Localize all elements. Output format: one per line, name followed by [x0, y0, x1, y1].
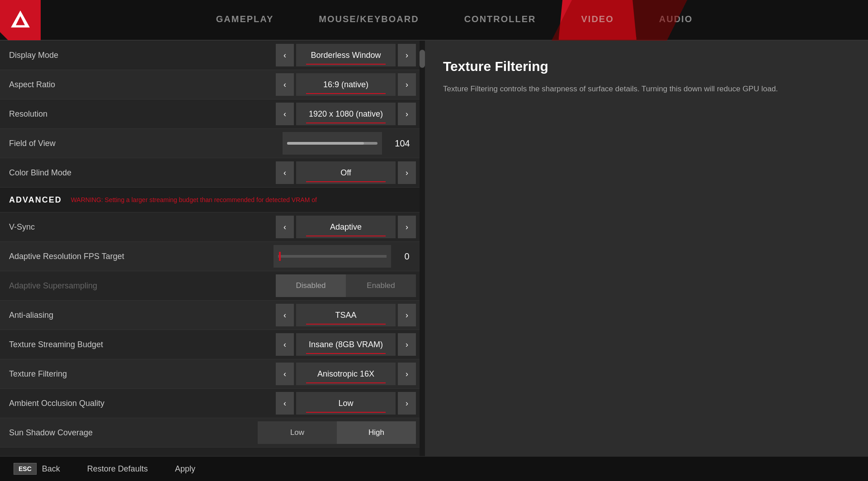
aspect-ratio-control: ‹ 16:9 (native) › — [276, 73, 416, 96]
vsync-prev[interactable]: ‹ — [276, 216, 294, 238]
aspect-ratio-label: Aspect Ratio — [9, 80, 276, 90]
tab-controller[interactable]: CONTROLLER — [442, 0, 559, 40]
vsync-next[interactable]: › — [398, 216, 416, 238]
color-blind-value: Off — [340, 168, 351, 178]
display-mode-value: Borderless Window — [311, 51, 381, 60]
setting-row-adaptive-super: Adaptive Supersampling Disabled Enabled — [0, 271, 425, 301]
anti-aliasing-prev[interactable]: ‹ — [276, 304, 294, 326]
advanced-label: ADVANCED — [9, 195, 62, 205]
setting-row-anti-aliasing: Anti-aliasing ‹ TSAA › — [0, 301, 425, 330]
display-mode-label: Display Mode — [9, 51, 276, 60]
warning-text: WARNING: Setting a larger streaming budg… — [71, 196, 317, 203]
setting-row-texture-budget: Texture Streaming Budget ‹ Insane (8GB V… — [0, 330, 425, 359]
setting-row-sun-shadow: Sun Shadow Coverage Low High — [0, 418, 425, 448]
back-label: Back — [42, 464, 60, 474]
ambient-occlusion-prev[interactable]: ‹ — [276, 392, 294, 415]
ambient-occlusion-control: ‹ Low › — [276, 392, 416, 415]
info-title: Texture Filtering — [443, 59, 850, 74]
display-mode-next[interactable]: › — [398, 44, 416, 66]
anti-aliasing-next[interactable]: › — [398, 304, 416, 326]
adaptive-super-disabled[interactable]: Disabled — [276, 274, 346, 297]
setting-row-aspect-ratio: Aspect Ratio ‹ 16:9 (native) › — [0, 70, 425, 99]
sun-shadow-low[interactable]: Low — [258, 421, 337, 444]
nav-tabs: GAMEPLAY MOUSE/KEYBOARD CONTROLLER VIDEO… — [41, 0, 868, 40]
tab-mouse-keyboard[interactable]: MOUSE/KEYBOARD — [296, 0, 441, 40]
texture-budget-prev[interactable]: ‹ — [276, 333, 294, 356]
setting-row-adaptive-res: Adaptive Resolution FPS Target 0 — [0, 242, 425, 271]
back-action[interactable]: ESC Back — [14, 463, 60, 475]
vsync-value-box: Adaptive — [296, 216, 396, 238]
settings-panel: Display Mode ‹ Borderless Window › Aspec… — [0, 41, 425, 456]
texture-budget-control: ‹ Insane (8GB VRAM) › — [276, 333, 416, 356]
texture-budget-value-box: Insane (8GB VRAM) — [296, 333, 396, 356]
adaptive-super-enabled[interactable]: Enabled — [346, 274, 416, 297]
resolution-label: Resolution — [9, 109, 276, 119]
texture-filtering-next[interactable]: › — [398, 363, 416, 385]
restore-defaults-action[interactable]: Restore Defaults — [87, 464, 148, 474]
ambient-occlusion-value-box: Low — [296, 392, 396, 415]
aspect-ratio-value-box: 16:9 (native) — [296, 73, 396, 96]
adaptive-res-control: 0 — [274, 245, 416, 268]
resolution-prev[interactable]: ‹ — [276, 103, 294, 125]
aspect-ratio-prev[interactable]: ‹ — [276, 73, 294, 96]
setting-row-vsync: V-Sync ‹ Adaptive › — [0, 212, 425, 242]
texture-budget-next[interactable]: › — [398, 333, 416, 356]
restore-defaults-label: Restore Defaults — [87, 464, 148, 474]
fov-slider-fill — [287, 142, 364, 145]
anti-aliasing-value: TSAA — [335, 311, 356, 320]
fov-control: 104 — [283, 132, 416, 155]
esc-key: ESC — [14, 463, 37, 475]
color-blind-prev[interactable]: ‹ — [276, 161, 294, 184]
color-blind-control: ‹ Off › — [276, 161, 416, 184]
sun-shadow-high[interactable]: High — [337, 421, 416, 444]
anti-aliasing-control: ‹ TSAA › — [276, 304, 416, 326]
texture-filtering-value: Anisotropic 16X — [317, 369, 374, 379]
display-mode-value-box: Borderless Window — [296, 44, 396, 66]
color-blind-label: Color Blind Mode — [9, 168, 276, 178]
ambient-occlusion-next[interactable]: › — [398, 392, 416, 415]
adaptive-super-control: Disabled Enabled — [276, 274, 416, 297]
vsync-label: V-Sync — [9, 222, 276, 232]
fov-slider-container[interactable] — [283, 132, 382, 155]
setting-row-texture-filtering: Texture Filtering ‹ Anisotropic 16X › — [0, 359, 425, 389]
main-content: Display Mode ‹ Borderless Window › Aspec… — [0, 41, 868, 456]
aspect-ratio-value: 16:9 (native) — [323, 80, 368, 90]
ambient-occlusion-label: Ambient Occlusion Quality — [9, 399, 276, 408]
display-mode-control: ‹ Borderless Window › — [276, 44, 416, 66]
setting-row-resolution: Resolution ‹ 1920 x 1080 (native) › — [0, 99, 425, 129]
fov-value: 104 — [389, 138, 416, 149]
advanced-header: ADVANCED WARNING: Setting a larger strea… — [0, 188, 425, 212]
display-mode-prev[interactable]: ‹ — [276, 44, 294, 66]
adaptive-super-label: Adaptive Supersampling — [9, 281, 276, 291]
anti-aliasing-label: Anti-aliasing — [9, 311, 276, 320]
vsync-value: Adaptive — [330, 222, 362, 232]
setting-row-color-blind: Color Blind Mode ‹ Off › — [0, 158, 425, 188]
aspect-ratio-next[interactable]: › — [398, 73, 416, 96]
fov-label: Field of View — [9, 139, 283, 148]
texture-filtering-label: Texture Filtering — [9, 369, 276, 379]
texture-filtering-value-box: Anisotropic 16X — [296, 363, 396, 385]
color-blind-value-box: Off — [296, 161, 396, 184]
adaptive-res-track — [278, 255, 387, 258]
resolution-next[interactable]: › — [398, 103, 416, 125]
scrollbar-thumb[interactable] — [420, 50, 425, 68]
setting-row-display-mode: Display Mode ‹ Borderless Window › — [0, 41, 425, 70]
sun-shadow-label: Sun Shadow Coverage — [9, 428, 258, 438]
color-blind-next[interactable]: › — [398, 161, 416, 184]
adaptive-res-label: Adaptive Resolution FPS Target — [9, 252, 274, 261]
texture-filtering-prev[interactable]: ‹ — [276, 363, 294, 385]
bottom-bar: ESC Back Restore Defaults Apply — [0, 456, 868, 481]
texture-budget-value: Insane (8GB VRAM) — [309, 340, 383, 349]
texture-filtering-control: ‹ Anisotropic 16X › — [276, 363, 416, 385]
resolution-control: ‹ 1920 x 1080 (native) › — [276, 103, 416, 125]
anti-aliasing-value-box: TSAA — [296, 304, 396, 326]
apply-action[interactable]: Apply — [175, 464, 195, 474]
adaptive-res-slider[interactable] — [274, 245, 391, 268]
resolution-value: 1920 x 1080 (native) — [309, 109, 383, 119]
adaptive-res-value: 0 — [398, 251, 416, 262]
vsync-control: ‹ Adaptive › — [276, 216, 416, 238]
fov-slider-track — [287, 142, 377, 145]
tab-gameplay[interactable]: GAMEPLAY — [193, 0, 297, 40]
info-description: Texture Filtering controls the sharpness… — [443, 83, 850, 95]
texture-budget-label: Texture Streaming Budget — [9, 340, 276, 349]
